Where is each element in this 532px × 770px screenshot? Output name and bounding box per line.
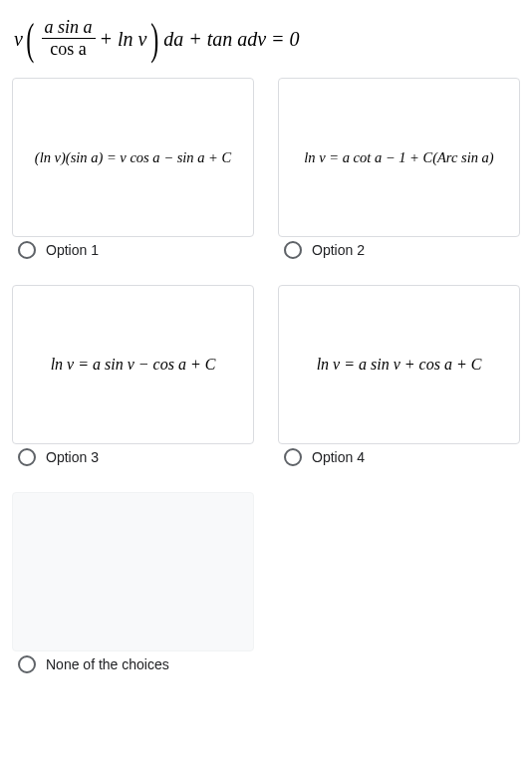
option-1-formula: (ln v)(sin a) = v cos a − sin a + C xyxy=(35,149,231,166)
option-none-radio-row[interactable]: None of the choices xyxy=(12,651,254,687)
left-paren: ( xyxy=(26,22,34,57)
option-3-block: ln v = a sin v − cos a + C Option 3 xyxy=(12,285,254,480)
option-2-radio-row[interactable]: Option 2 xyxy=(278,237,520,273)
option-1-block: (ln v)(sin a) = v cos a − sin a + C Opti… xyxy=(12,78,254,273)
option-2-card: ln v = a cot a − 1 + C(Arc sin a) xyxy=(278,78,520,237)
option-1-radio-row[interactable]: Option 1 xyxy=(12,237,254,273)
option-none-card xyxy=(12,492,254,651)
option-3-formula: ln v = a sin v − cos a + C xyxy=(51,356,216,374)
option-1-label: Option 1 xyxy=(46,242,99,258)
option-3-radio-row[interactable]: Option 3 xyxy=(12,444,254,480)
right-paren: ) xyxy=(150,22,158,57)
options-grid: (ln v)(sin a) = v cos a − sin a + C Opti… xyxy=(12,78,520,687)
option-1-card: (ln v)(sin a) = v cos a − sin a + C xyxy=(12,78,254,237)
question-mid: + ln v xyxy=(100,28,147,51)
question-equation: v ( a sin a cos a + ln v ) da + tan adv … xyxy=(12,12,520,78)
option-4-radio-row[interactable]: Option 4 xyxy=(278,444,520,480)
option-2-label: Option 2 xyxy=(312,242,365,258)
option-3-card: ln v = a sin v − cos a + C xyxy=(12,285,254,444)
radio-icon xyxy=(18,241,36,259)
fraction: a sin a cos a xyxy=(42,18,96,60)
radio-icon xyxy=(18,448,36,466)
option-4-formula: ln v = a sin v + cos a + C xyxy=(317,356,482,374)
option-4-block: ln v = a sin v + cos a + C Option 4 xyxy=(278,285,520,480)
option-4-label: Option 4 xyxy=(312,449,365,465)
option-none-label: None of the choices xyxy=(46,656,169,672)
radio-icon xyxy=(284,241,302,259)
question-tail: da + tan adv = 0 xyxy=(163,28,299,51)
fraction-denominator: cos a xyxy=(47,39,89,61)
option-3-label: Option 3 xyxy=(46,449,99,465)
radio-icon xyxy=(284,448,302,466)
option-2-formula: ln v = a cot a − 1 + C(Arc sin a) xyxy=(304,149,493,166)
option-4-card: ln v = a sin v + cos a + C xyxy=(278,285,520,444)
radio-icon xyxy=(18,655,36,673)
option-none-block: None of the choices xyxy=(12,492,254,687)
fraction-numerator: a sin a xyxy=(42,18,96,39)
option-2-block: ln v = a cot a − 1 + C(Arc sin a) Option… xyxy=(278,78,520,273)
question-v: v xyxy=(14,28,23,51)
